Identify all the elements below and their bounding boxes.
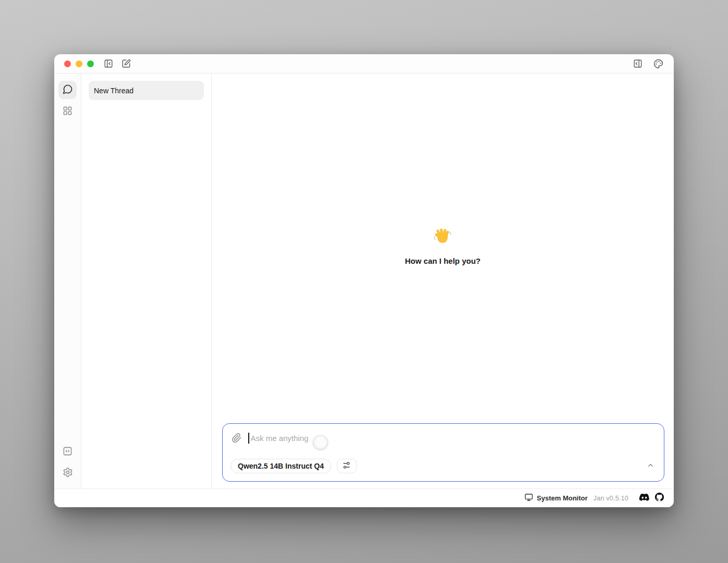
main-chat-area: How can I help you? [212, 74, 674, 488]
footer-links [639, 493, 664, 504]
github-icon [655, 493, 664, 504]
discord-icon [639, 493, 649, 503]
composer-collapse-button[interactable] [646, 460, 656, 472]
zoom-window-button[interactable] [87, 60, 94, 67]
toolbar-left [103, 58, 132, 69]
desktop-background: New Thread [0, 0, 728, 563]
paperclip-icon [232, 433, 242, 443]
hub-grid-icon [63, 106, 72, 117]
github-link[interactable] [655, 493, 664, 504]
chevron-up-icon [647, 463, 654, 471]
thread-title: New Thread [94, 87, 134, 95]
attach-file-button[interactable] [230, 432, 243, 444]
empty-state-greeting: How can I help you? [212, 227, 674, 265]
icon-rail-sidebar [54, 74, 81, 488]
thread-list-panel: New Thread [81, 74, 212, 488]
thread-list-item[interactable]: New Thread [89, 81, 204, 100]
toolbar-right [632, 58, 664, 70]
discord-link[interactable] [639, 493, 649, 503]
greeting-text: How can I help you? [405, 256, 480, 265]
sidebar-item-local-api-server[interactable] [58, 443, 77, 461]
status-bar: System Monitor Jan v0.5.10 [54, 488, 674, 507]
sidebar-item-settings[interactable] [58, 464, 77, 482]
app-window: New Thread [54, 54, 674, 507]
close-window-button[interactable] [64, 60, 71, 67]
panel-right-icon [633, 59, 642, 68]
sliders-icon [342, 461, 351, 471]
new-thread-compose-icon [122, 59, 131, 68]
panel-left-toggle-button[interactable] [103, 58, 114, 69]
minimize-window-button[interactable] [76, 60, 82, 67]
app-version-label: Jan v0.5.10 [593, 494, 628, 502]
traffic-lights [64, 60, 94, 67]
model-settings-button[interactable] [337, 459, 357, 473]
window-body: New Thread [54, 74, 674, 488]
model-selector-button[interactable]: Qwen2.5 14B Instruct Q4 [230, 459, 331, 473]
new-thread-button[interactable] [120, 58, 132, 69]
composer-input-row [223, 424, 664, 444]
chat-icon [63, 84, 73, 96]
local-api-server-icon [63, 446, 72, 458]
message-input[interactable] [249, 434, 656, 443]
composer-model-row: Qwen2.5 14B Instruct Q4 [230, 459, 357, 473]
theme-palette-icon [653, 59, 663, 69]
waving-hand-emoji [433, 227, 453, 249]
monitor-icon [525, 493, 533, 504]
title-bar [54, 54, 674, 74]
sidebar-item-hub[interactable] [58, 102, 77, 120]
panel-right-toggle-button[interactable] [632, 58, 644, 69]
model-selector-label: Qwen2.5 14B Instruct Q4 [238, 462, 324, 470]
theme-toggle-button[interactable] [652, 58, 664, 70]
settings-gear-icon [63, 467, 73, 479]
chat-composer: Qwen2.5 14B Instruct Q4 [222, 423, 664, 482]
panel-left-icon [104, 59, 113, 68]
system-monitor-button[interactable]: System Monitor [525, 493, 588, 504]
system-monitor-label: System Monitor [537, 494, 588, 502]
sidebar-item-chat[interactable] [58, 81, 77, 99]
